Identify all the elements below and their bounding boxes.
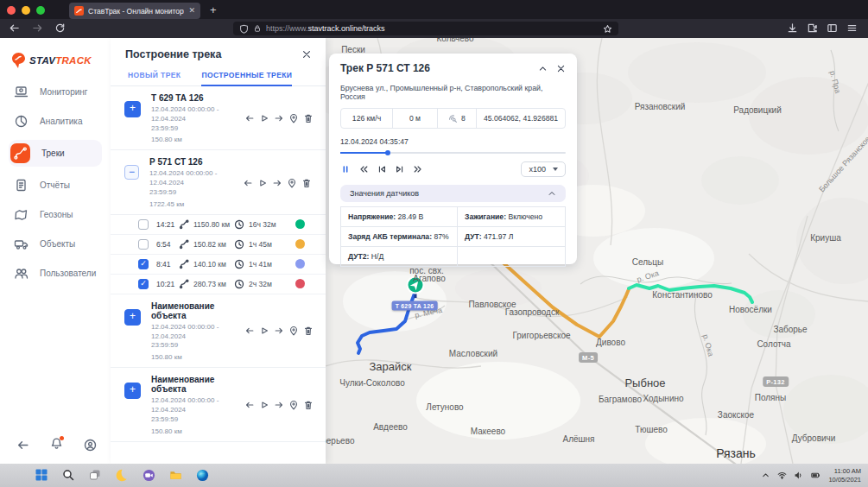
profile-button[interactable] [84, 439, 97, 452]
task-view-icon[interactable] [86, 466, 104, 484]
rewind-icon[interactable] [358, 164, 369, 174]
segment-distance: 1150.80 км [193, 220, 234, 229]
minimize-window-button[interactable] [22, 6, 30, 15]
segment-color-dot[interactable] [295, 259, 305, 269]
segment-checkbox[interactable] [138, 219, 149, 230]
battery-icon[interactable] [810, 471, 821, 480]
step-back-icon[interactable] [244, 113, 255, 123]
track-name: Наименование объекта [151, 375, 243, 394]
segment-duration: 2ч 32м [249, 280, 282, 288]
sidebar-item-users[interactable]: Пользователи [9, 262, 102, 284]
segment-color-dot[interactable] [295, 239, 305, 249]
tab-built-tracks[interactable]: ПОСТРОЕННЫЕ ТРЕКИ [201, 67, 292, 86]
expand-track-button[interactable]: + [124, 101, 141, 117]
track-distance: 1722.45 км [149, 200, 241, 208]
tracking-shield-icon[interactable] [239, 24, 249, 34]
locate-track-icon[interactable] [287, 178, 297, 188]
sidebar-item-analytics[interactable]: Аналитика [9, 111, 102, 132]
step-back-icon[interactable] [244, 400, 255, 410]
maximize-window-button[interactable] [36, 6, 45, 15]
tab-new-track[interactable]: НОВЫЙ ТРЕК [128, 67, 181, 85]
forward-icon[interactable] [32, 22, 43, 34]
vehicle-label-pill[interactable]: Т 629 ТА 126 [392, 301, 438, 311]
locate-track-icon[interactable] [288, 113, 299, 123]
track-period: 12.04.2024 00:00:00 - 12.04.202423:59:59 [151, 396, 243, 424]
expand-track-button[interactable]: + [124, 309, 141, 326]
segment-checkbox[interactable]: ✓ [138, 259, 149, 269]
sensors-section-header[interactable]: Значения датчиков [340, 185, 566, 202]
moon-app-icon[interactable] [113, 466, 130, 484]
playback-speed-select[interactable]: x100 [521, 161, 566, 177]
extensions-icon[interactable] [807, 22, 818, 34]
wifi-icon[interactable] [777, 471, 787, 480]
play-track-icon[interactable] [259, 113, 269, 123]
sidebar-item-reports[interactable]: Отчёты [9, 174, 102, 196]
segment-color-dot[interactable] [295, 279, 305, 288]
start-button[interactable] [33, 466, 50, 484]
menu-icon[interactable] [846, 22, 858, 34]
play-track-icon[interactable] [259, 326, 269, 336]
browser-tab[interactable]: СтавТрак - Онлайн мониторин ✕ [69, 3, 200, 19]
collapse-sidebar-icon[interactable] [16, 439, 29, 452]
play-track-icon[interactable] [257, 178, 268, 188]
close-window-button[interactable] [7, 6, 16, 15]
lock-icon[interactable] [253, 24, 262, 33]
url-bar[interactable]: https://www.stavtrack.online/tracks [233, 22, 618, 35]
step-forward-icon[interactable] [272, 178, 282, 188]
search-icon[interactable] [60, 466, 77, 484]
collapse-track-button[interactable]: − [124, 165, 139, 180]
file-explorer-icon[interactable] [167, 466, 184, 484]
close-panel-icon[interactable] [301, 49, 312, 60]
close-detail-icon[interactable] [556, 64, 566, 73]
stavtrack-logo[interactable]: STAVTRACK [11, 52, 111, 69]
segment-checkbox[interactable]: ✓ [138, 279, 149, 289]
bookmark-star-icon[interactable] [603, 24, 612, 34]
segment-checkbox[interactable] [138, 239, 149, 250]
sidebar-item-geozones[interactable]: Геозоны [9, 204, 102, 225]
new-tab-button[interactable]: + [210, 3, 217, 16]
step-back-icon[interactable] [243, 178, 253, 188]
locate-track-icon[interactable] [288, 400, 299, 410]
collapse-detail-icon[interactable] [538, 64, 548, 73]
clock-icon [234, 259, 244, 269]
slider-knob[interactable] [385, 150, 390, 155]
step-back-icon[interactable] [244, 326, 255, 336]
tab-close-icon[interactable]: ✕ [188, 7, 195, 15]
delete-track-icon[interactable] [303, 326, 314, 336]
tray-expand-icon[interactable] [761, 471, 770, 480]
segment-color-dot[interactable] [295, 219, 305, 229]
sidebar-toggle-icon[interactable] [827, 22, 838, 34]
coordinates-value: 45.064062, 41.926881 [477, 109, 565, 128]
collapse-sensors-icon[interactable] [548, 189, 556, 198]
sidebar-item-monitoring[interactable]: Мониторинг [9, 81, 102, 103]
map-label: Дивово [596, 338, 625, 347]
delete-track-icon[interactable] [303, 400, 314, 410]
edge-browser-icon[interactable] [193, 466, 211, 484]
sensor-cell: Напряжение: 28.49 В [341, 207, 458, 227]
expand-track-button[interactable]: + [124, 383, 141, 399]
fast-forward-icon[interactable] [413, 164, 423, 174]
reload-icon[interactable] [54, 22, 66, 34]
sidebar-item-tracks[interactable]: Треки [9, 140, 102, 167]
notifications-button[interactable] [50, 437, 63, 453]
delete-track-icon[interactable] [303, 113, 314, 123]
download-icon[interactable] [787, 22, 798, 34]
play-track-icon[interactable] [259, 400, 269, 410]
delete-track-icon[interactable] [301, 178, 312, 188]
step-forward-icon[interactable] [274, 326, 284, 336]
tray-clock[interactable]: 11:00 AM 10/05/2021 [828, 467, 861, 484]
geozones-icon [14, 207, 29, 222]
step-forward-icon[interactable] [274, 400, 284, 410]
chat-app-icon[interactable] [140, 466, 157, 484]
volume-icon[interactable] [794, 471, 803, 480]
locate-track-icon[interactable] [288, 326, 299, 336]
pause-icon[interactable] [340, 164, 351, 174]
back-icon[interactable] [9, 22, 20, 34]
step-forward-icon[interactable] [274, 113, 284, 123]
previous-point-icon[interactable] [377, 164, 387, 174]
playback-slider[interactable] [340, 152, 566, 154]
clock-icon [234, 239, 244, 250]
next-point-icon[interactable] [395, 164, 405, 174]
sidebar-item-objects[interactable]: Объекты [9, 233, 102, 255]
browser-chrome: СтавТрак - Онлайн мониторин ✕ + https://… [0, 0, 868, 38]
